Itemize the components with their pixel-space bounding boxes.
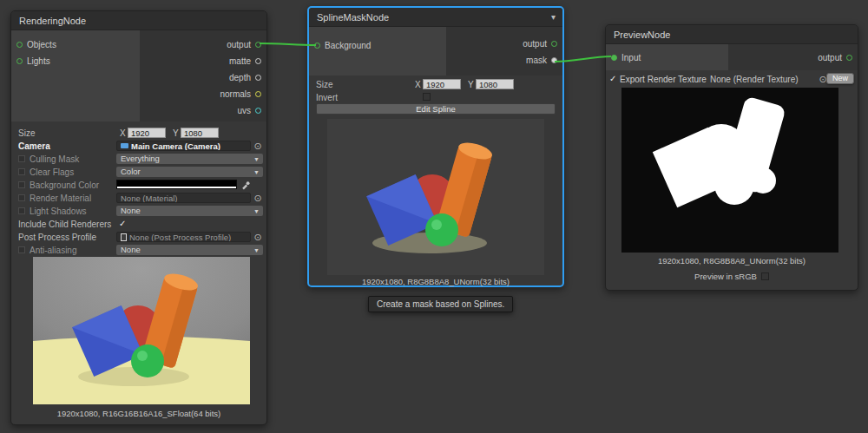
culling-mask-value: Everything bbox=[121, 154, 160, 163]
light-shadows-value: None bbox=[121, 206, 141, 215]
preview-in-srgb-checkbox[interactable] bbox=[761, 272, 769, 280]
culling-mask-dropdown[interactable]: Everything ▼ bbox=[116, 154, 263, 164]
port-row-uvs: uvs bbox=[141, 104, 261, 116]
uvs-port-label: uvs bbox=[237, 106, 251, 115]
export-render-texture-checkbox[interactable]: ✓ bbox=[609, 74, 616, 84]
camera-label: Camera bbox=[18, 141, 50, 151]
objects-input-port[interactable] bbox=[16, 42, 23, 48]
background-input-port[interactable] bbox=[314, 43, 320, 49]
normals-port-label: normals bbox=[220, 89, 251, 99]
size-row: Size X Y bbox=[309, 79, 562, 90]
x-axis-label: X bbox=[120, 128, 126, 138]
input-port-band bbox=[309, 27, 446, 75]
rendering-node[interactable]: RenderingNode Objects Lights output matt… bbox=[10, 10, 267, 425]
mask-node-preview-image bbox=[327, 119, 544, 275]
render-material-field[interactable]: None (Material) bbox=[116, 193, 251, 203]
mask-preview-image bbox=[621, 88, 838, 253]
port-row-lights: Lights bbox=[16, 55, 138, 67]
srgb-row: Preview in sRGB bbox=[606, 272, 858, 281]
uvs-port[interactable] bbox=[255, 108, 261, 114]
depth-port-label: depth bbox=[229, 73, 251, 82]
render-material-value: None (Material) bbox=[121, 194, 177, 203]
spline-mask-node[interactable]: SplineMaskNode ▾ Background output mask … bbox=[307, 6, 564, 287]
chevron-down-icon: ▼ bbox=[253, 246, 260, 256]
input-port[interactable] bbox=[611, 55, 617, 61]
rendering-node-header[interactable]: RenderingNode bbox=[11, 11, 266, 30]
preview-node-header[interactable]: PreviewNode bbox=[606, 25, 858, 44]
include-child-renderers-checkbox[interactable]: ✓ bbox=[119, 219, 126, 229]
anti-aliasing-dropdown[interactable]: None ▼ bbox=[116, 245, 263, 255]
output-port-label: output bbox=[227, 40, 251, 49]
node-tooltip: Create a mask based on Splines. bbox=[368, 296, 513, 312]
mask-port[interactable] bbox=[551, 57, 557, 63]
collapse-chevron-icon[interactable]: ▾ bbox=[551, 8, 556, 27]
size-label: Size bbox=[18, 128, 35, 138]
rendering-port-area: Objects Lights output matte depth normal… bbox=[11, 30, 266, 121]
camera-object-picker-icon[interactable]: ⊙ bbox=[253, 141, 263, 151]
render-material-row: Render Material None (Material) ⊙ bbox=[11, 193, 266, 204]
chevron-down-icon: ▼ bbox=[253, 167, 260, 178]
lights-input-port[interactable] bbox=[16, 58, 23, 64]
size-y-field[interactable] bbox=[476, 79, 514, 89]
render-preview-image bbox=[33, 257, 250, 404]
camera-value: Main Camera (Camera) bbox=[131, 141, 220, 151]
export-render-texture-row: ✓ Export Render Texture None (Render Tex… bbox=[606, 74, 858, 85]
light-shadows-label: Light Shadows bbox=[30, 207, 87, 216]
export-render-texture-value[interactable]: None (Render Texture) bbox=[710, 75, 799, 84]
port-row-background: Background bbox=[314, 39, 444, 51]
clear-flags-override-checkbox[interactable] bbox=[18, 168, 25, 175]
spline-mask-node-header[interactable]: SplineMaskNode ▾ bbox=[309, 8, 562, 27]
render-preview-caption: 1920x1080, R16G16B16A16_SFloat(64 bits) bbox=[11, 409, 266, 418]
chevron-down-icon: ▼ bbox=[253, 207, 260, 217]
light-shadows-row: Light Shadows None ▼ bbox=[11, 206, 266, 217]
matte-port[interactable] bbox=[255, 58, 261, 64]
light-shadows-dropdown[interactable]: None ▼ bbox=[116, 206, 263, 216]
background-color-override-checkbox[interactable] bbox=[18, 181, 25, 188]
size-x-field[interactable] bbox=[423, 79, 461, 89]
preview-node[interactable]: PreviewNode Input output ✓ Export Render… bbox=[605, 24, 858, 291]
output-port-label: output bbox=[818, 53, 842, 62]
new-render-texture-button[interactable]: New bbox=[826, 73, 854, 84]
background-color-swatch[interactable] bbox=[116, 180, 237, 189]
output-port[interactable] bbox=[551, 41, 557, 47]
depth-port[interactable] bbox=[255, 75, 261, 81]
size-row: Size X Y bbox=[11, 128, 266, 139]
output-port[interactable] bbox=[846, 55, 852, 61]
post-process-profile-field[interactable]: None (Post Process Profile) bbox=[116, 232, 251, 242]
output-port-label: output bbox=[523, 39, 547, 49]
preview-node-title: PreviewNode bbox=[614, 30, 670, 40]
render-material-object-picker-icon[interactable]: ⊙ bbox=[253, 193, 263, 203]
invert-checkbox[interactable] bbox=[423, 93, 431, 101]
eyedropper-icon[interactable] bbox=[240, 180, 251, 190]
post-process-object-picker-icon[interactable]: ⊙ bbox=[253, 232, 263, 242]
culling-mask-row: Culling Mask Everything ▼ bbox=[11, 154, 266, 165]
camera-icon bbox=[121, 143, 128, 148]
anti-aliasing-value: None bbox=[121, 245, 141, 254]
spline-mask-node-title: SplineMaskNode bbox=[317, 12, 389, 23]
clear-flags-dropdown[interactable]: Color ▼ bbox=[116, 167, 263, 177]
culling-mask-label: Culling Mask bbox=[30, 154, 79, 164]
port-row-objects: Objects bbox=[16, 38, 138, 50]
clear-flags-value: Color bbox=[121, 167, 141, 176]
normals-port[interactable] bbox=[255, 91, 261, 97]
anti-aliasing-row: Anti-aliasing None ▼ bbox=[11, 245, 266, 256]
size-x-field[interactable] bbox=[128, 128, 166, 138]
preview-in-srgb-label: Preview in sRGB bbox=[694, 272, 757, 281]
light-shadows-override-checkbox[interactable] bbox=[18, 207, 25, 214]
new-button-label: New bbox=[832, 74, 848, 82]
culling-mask-override-checkbox[interactable] bbox=[18, 155, 25, 162]
camera-object-field[interactable]: Main Camera (Camera) bbox=[116, 141, 251, 151]
size-label: Size bbox=[316, 80, 332, 89]
anti-aliasing-label: Anti-aliasing bbox=[30, 246, 76, 255]
preview-node-caption: 1920x1080, R8G8B8A8_UNorm(32 bits) bbox=[606, 256, 858, 266]
output-port[interactable] bbox=[255, 42, 261, 48]
mask-port-label: mask bbox=[526, 56, 547, 65]
edit-spline-button[interactable]: Edit Spline bbox=[316, 103, 556, 115]
document-icon bbox=[121, 233, 127, 241]
size-y-field[interactable] bbox=[181, 128, 219, 138]
render-material-override-checkbox[interactable] bbox=[18, 194, 25, 201]
anti-aliasing-override-checkbox[interactable] bbox=[18, 246, 25, 253]
port-row-normals: normals bbox=[141, 88, 261, 100]
clear-flags-row: Clear Flags Color ▼ bbox=[11, 167, 266, 178]
render-material-label: Render Material bbox=[30, 194, 91, 203]
